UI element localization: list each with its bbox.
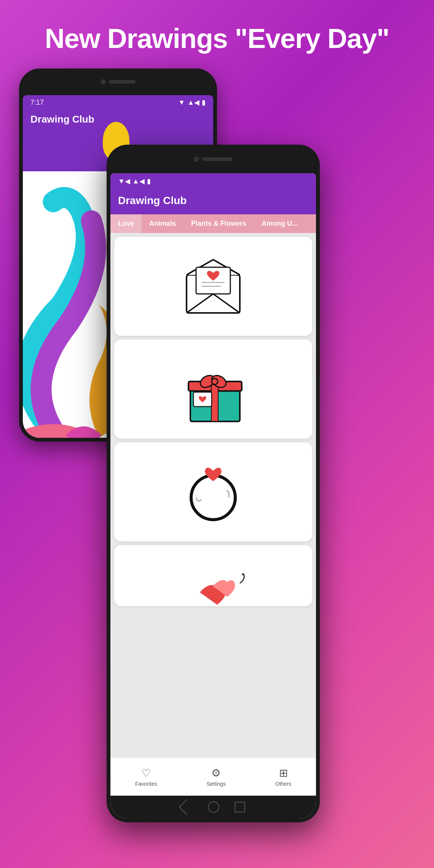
battery-icon: ▮	[202, 98, 206, 107]
nav-favorites[interactable]: ♡ Favorites	[135, 767, 157, 787]
nav-others[interactable]: ⊞ Others	[275, 767, 291, 787]
signal-icon: ▲◀	[187, 98, 199, 107]
home-button[interactable]	[208, 801, 219, 813]
svg-point-11	[212, 378, 218, 385]
drawing-card-ring[interactable]	[114, 442, 312, 541]
drawings-list	[110, 233, 316, 758]
status-bar-front: ▼◀ ▲◀ ▮	[110, 173, 316, 189]
signal-icon-front: ▲◀	[132, 177, 145, 185]
hero-title: New Drawings "Every Day"	[0, 23, 434, 54]
tab-animals[interactable]: Animals	[142, 214, 183, 233]
app-title-front: Drawing Club	[110, 189, 316, 214]
tab-among-us[interactable]: Among U...	[254, 214, 305, 233]
favorites-icon: ♡	[141, 767, 151, 779]
others-label: Others	[275, 781, 291, 787]
envelope-drawing	[175, 248, 251, 324]
others-icon: ⊞	[279, 767, 288, 779]
svg-rect-8	[211, 381, 218, 421]
speaker	[109, 80, 136, 84]
tab-love[interactable]: Love	[110, 214, 142, 233]
phone-front-screen: ▼◀ ▲◀ ▮ Drawing Club Love Animals Plants…	[110, 173, 316, 819]
front-speaker	[202, 157, 233, 161]
settings-icon: ⚙	[211, 767, 221, 779]
tab-plants-flowers[interactable]: Plants & Flowers	[183, 214, 254, 233]
settings-label: Settings	[206, 781, 226, 787]
nav-settings[interactable]: ⚙ Settings	[206, 767, 226, 787]
home-bar	[110, 796, 316, 819]
drawing-card-gift[interactable]	[114, 340, 312, 439]
drawing-card-envelope[interactable]	[114, 237, 312, 336]
drawing-card-hearts[interactable]	[114, 545, 312, 606]
wifi-icon-front: ▼◀	[118, 177, 130, 185]
bottom-nav: ♡ Favorites ⚙ Settings ⊞ Others	[110, 758, 316, 796]
front-status-icons: ▼◀ ▲◀ ▮	[118, 177, 151, 185]
phone-back-notch	[19, 69, 217, 95]
recents-button[interactable]	[235, 802, 245, 812]
time-back: 7:17	[30, 99, 44, 107]
category-tabs: Love Animals Plants & Flowers Among U...	[110, 214, 316, 233]
front-camera	[194, 156, 199, 162]
hearts-drawing	[175, 553, 251, 606]
phone-front: ▼◀ ▲◀ ▮ Drawing Club Love Animals Plants…	[107, 145, 320, 822]
gift-drawing	[175, 351, 251, 427]
status-bar-back: 7:17 ▼ ▲◀ ▮	[23, 95, 213, 110]
status-icons-back: ▼ ▲◀ ▮	[178, 98, 206, 107]
wifi-icon: ▼	[178, 99, 185, 107]
favorites-label: Favorites	[135, 781, 157, 787]
phone-front-notch	[107, 145, 320, 173]
battery-icon-front: ▮	[147, 177, 151, 185]
ring-drawing	[175, 454, 251, 530]
camera-sensor	[101, 79, 106, 85]
back-button[interactable]	[179, 799, 195, 815]
